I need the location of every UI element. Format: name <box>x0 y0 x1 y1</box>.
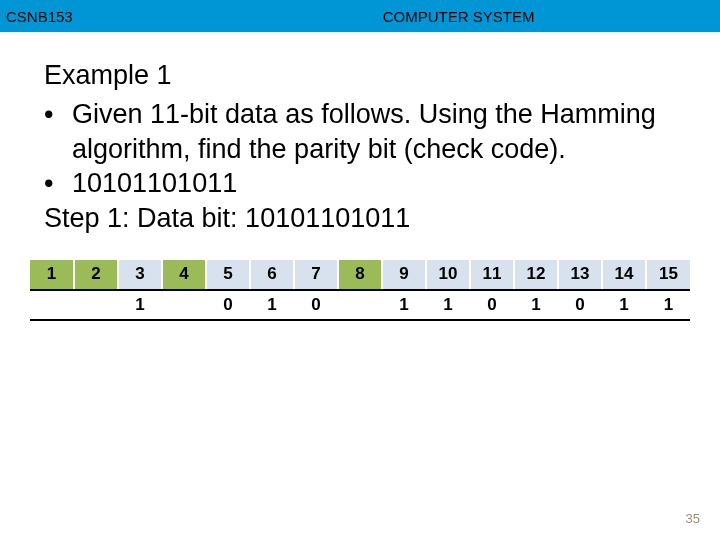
position-row: 123456789101112131415 <box>30 260 690 290</box>
position-header: 5 <box>206 260 250 290</box>
hamming-table-wrap: 123456789101112131415 10101101011 <box>30 260 690 321</box>
position-header-parity: 2 <box>74 260 118 290</box>
bullet-icon: • <box>44 166 72 201</box>
header-bar: CSNB153 COMPUTER SYSTEM <box>0 0 720 32</box>
position-header: 9 <box>382 260 426 290</box>
bullet-icon: • <box>44 97 72 166</box>
page-number: 35 <box>686 511 700 526</box>
position-header-parity: 8 <box>338 260 382 290</box>
step-line: Step 1: Data bit: 10101101011 <box>44 203 676 234</box>
value-cell: 0 <box>558 290 602 320</box>
value-cell <box>30 290 74 320</box>
position-header: 12 <box>514 260 558 290</box>
position-header-parity: 4 <box>162 260 206 290</box>
position-header: 6 <box>250 260 294 290</box>
position-header-parity: 1 <box>30 260 74 290</box>
value-cell: 1 <box>382 290 426 320</box>
position-header: 11 <box>470 260 514 290</box>
position-header: 7 <box>294 260 338 290</box>
value-cell: 0 <box>294 290 338 320</box>
bullet-text: 10101101011 <box>72 166 676 201</box>
slide-content: Example 1 • Given 11-bit data as follows… <box>0 32 720 234</box>
value-cell <box>338 290 382 320</box>
value-cell: 0 <box>206 290 250 320</box>
example-title: Example 1 <box>44 60 676 91</box>
value-cell: 1 <box>426 290 470 320</box>
hamming-table: 123456789101112131415 10101101011 <box>30 260 690 321</box>
position-header: 14 <box>602 260 646 290</box>
value-cell: 1 <box>646 290 690 320</box>
value-cell: 1 <box>602 290 646 320</box>
value-cell: 0 <box>470 290 514 320</box>
bullet-item: • Given 11-bit data as follows. Using th… <box>44 97 676 166</box>
value-cell: 1 <box>118 290 162 320</box>
position-header: 13 <box>558 260 602 290</box>
value-cell <box>162 290 206 320</box>
position-header: 10 <box>426 260 470 290</box>
course-code: CSNB153 <box>0 8 73 25</box>
position-header: 3 <box>118 260 162 290</box>
course-title: COMPUTER SYSTEM <box>383 8 535 25</box>
value-cell: 1 <box>250 290 294 320</box>
bullet-item: • 10101101011 <box>44 166 676 201</box>
value-row: 10101101011 <box>30 290 690 320</box>
bullet-text: Given 11-bit data as follows. Using the … <box>72 97 676 166</box>
value-cell: 1 <box>514 290 558 320</box>
value-cell <box>74 290 118 320</box>
position-header: 15 <box>646 260 690 290</box>
bullet-list: • Given 11-bit data as follows. Using th… <box>44 97 676 201</box>
